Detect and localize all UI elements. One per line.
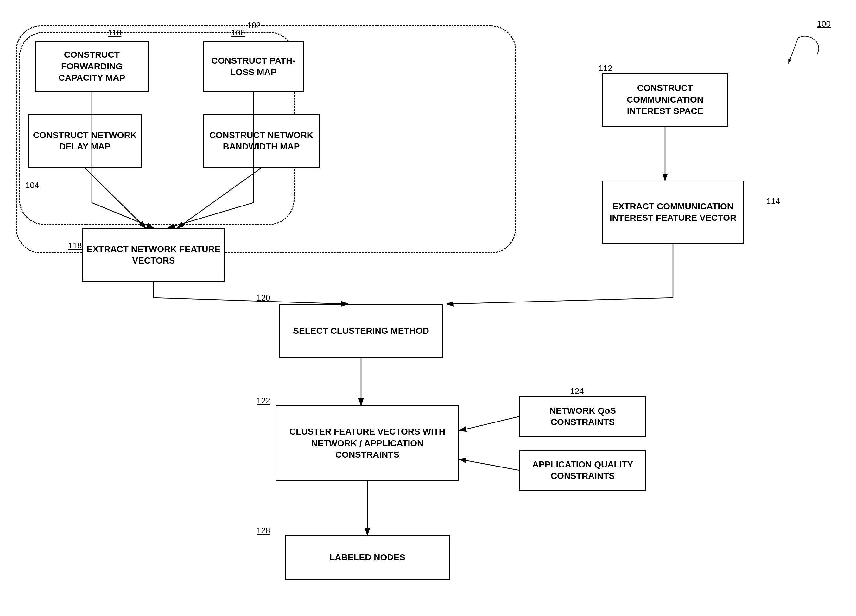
box-communication-interest-space: CONSTRUCT COMMUNICATION INTEREST SPACE [602, 73, 728, 127]
box-network-delay: CONSTRUCT NETWORK DELAY MAP [28, 114, 142, 168]
ref-110: 110 [108, 28, 121, 38]
ref-128: 128 [257, 526, 270, 536]
ref-112: 112 [599, 63, 612, 73]
box-forwarding-capacity: CONSTRUCT FORWARDING CAPACITY MAP [35, 41, 149, 92]
box-application-quality: APPLICATION QUALITY CONSTRAINTS [519, 450, 646, 491]
svg-line-15 [459, 459, 519, 470]
ref-124: 124 [570, 387, 583, 396]
ref-118: 118 [68, 241, 82, 251]
ref-120: 120 [257, 293, 270, 303]
svg-line-17 [788, 38, 798, 63]
ref-114: 114 [767, 196, 780, 206]
svg-line-11 [446, 298, 673, 304]
box-network-feature-vectors: EXTRACT NETWORK FEATURE VECTORS [82, 228, 225, 282]
box-extract-communication: EXTRACT COMMUNICATION INTEREST FEATURE V… [602, 180, 744, 244]
ref-106: 106 [231, 28, 245, 38]
svg-line-14 [459, 416, 519, 431]
ref-102: 102 [247, 21, 261, 31]
ref-104: 104 [25, 180, 39, 190]
ref-100: 100 [817, 19, 831, 29]
box-network-bandwidth: CONSTRUCT NETWORK BANDWIDTH MAP [203, 114, 320, 168]
box-path-loss: CONSTRUCT PATH-LOSS MAP [203, 41, 304, 92]
diagram-container: 100 102 110 CONSTRUCT FORWARDING CAPACIT… [0, 0, 856, 616]
box-select-clustering: SELECT CLUSTERING METHOD [279, 304, 443, 358]
box-labeled-nodes: LABELED NODES [285, 535, 450, 580]
ref-122: 122 [257, 396, 270, 406]
box-network-qos: NETWORK QoS CONSTRAINTS [519, 396, 646, 437]
box-cluster-feature: CLUSTER FEATURE VECTORS WITH NETWORK / A… [276, 405, 459, 481]
svg-line-9 [154, 298, 348, 304]
